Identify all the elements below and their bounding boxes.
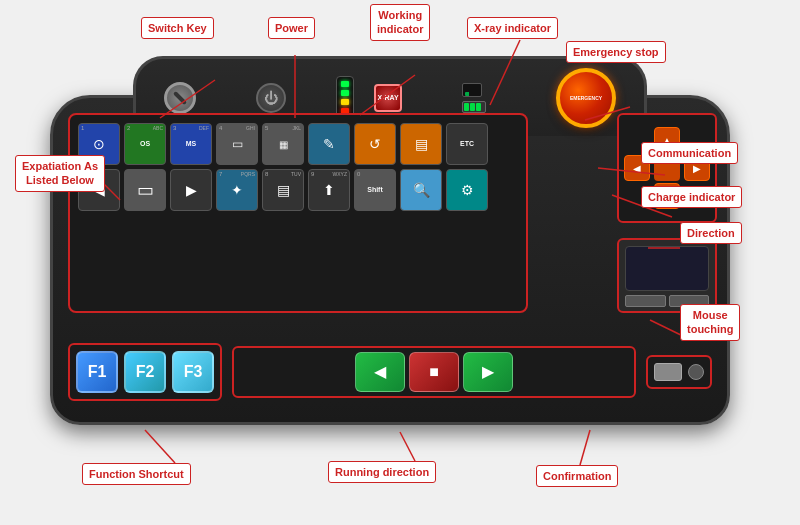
confirm-button-1[interactable] xyxy=(654,363,682,381)
running-direction-label: Running direction xyxy=(328,461,436,483)
confirmation-area xyxy=(646,355,712,389)
key-refresh[interactable]: ↺ xyxy=(354,123,396,165)
key-2-abc[interactable]: 2ABCOS xyxy=(124,123,166,165)
charge-bar-1 xyxy=(464,103,469,111)
charge-bar-2 xyxy=(470,103,475,111)
svg-line-12 xyxy=(580,430,590,465)
power-button[interactable]: ⏻ xyxy=(256,83,286,113)
key-5-jkl[interactable]: 5JKL▦ xyxy=(262,123,304,165)
led-1 xyxy=(341,81,349,87)
svg-line-11 xyxy=(400,432,415,461)
function-shortcuts: F1 F2 F3 xyxy=(68,343,222,401)
switch-key[interactable] xyxy=(164,82,196,114)
key-4-ghi[interactable]: 4GHI▭ xyxy=(216,123,258,165)
touchpad-surface[interactable] xyxy=(625,246,709,291)
f1-button[interactable]: F1 xyxy=(76,351,118,393)
controller-body: ⏻ X-RAY 1⊙ xyxy=(50,95,730,425)
running-direction-panel: ◀ ■ ▶ xyxy=(232,346,636,398)
key-6-mno-right[interactable]: ▶ xyxy=(170,169,212,211)
confirmation-label: Confirmation xyxy=(536,465,618,487)
key-row-2: 6 MNO◀ ▭ ▶ 7PQRS✦ 8TUV▤ 9WXYZ⬆ 0Shift 🔍 … xyxy=(78,169,518,211)
f2-button[interactable]: F2 xyxy=(124,351,166,393)
svg-line-10 xyxy=(145,430,175,463)
expatiation-label: Expatiation AsListed Below xyxy=(15,155,105,192)
run-right-button[interactable]: ▶ xyxy=(463,352,513,392)
key-menu[interactable]: ▤ xyxy=(400,123,442,165)
charge-indicator xyxy=(462,101,486,113)
key-0-shift[interactable]: 0Shift xyxy=(354,169,396,211)
key-9-wxyz[interactable]: 9WXYZ⬆ xyxy=(308,169,350,211)
charge-indicator-label: Charge indicator xyxy=(641,186,742,208)
key-search[interactable]: 🔍 xyxy=(400,169,442,211)
confirm-indicator xyxy=(688,364,704,380)
emergency-stop-label: Emergency stop xyxy=(566,41,666,63)
keyboard-area: 1⊙ 2ABCOS 3DEFMS 4GHI▭ 5JKL▦ ✎ ↺ ▤ ETC 6… xyxy=(68,113,528,313)
emergency-stop-button[interactable] xyxy=(556,68,616,128)
key-row-1: 1⊙ 2ABCOS 3DEFMS 4GHI▭ 5JKL▦ ✎ ↺ ▤ ETC xyxy=(78,123,518,165)
led-3 xyxy=(341,99,349,105)
led-2 xyxy=(341,90,349,96)
f3-button[interactable]: F3 xyxy=(172,351,214,393)
key-3-def[interactable]: 3DEFMS xyxy=(170,123,212,165)
run-stop-button[interactable]: ■ xyxy=(409,352,459,392)
key-6-mno-mid[interactable]: ▭ xyxy=(124,169,166,211)
key-etc[interactable]: ETC xyxy=(446,123,488,165)
run-left-button[interactable]: ◀ xyxy=(355,352,405,392)
key-7-pqrs[interactable]: 7PQRS✦ xyxy=(216,169,258,211)
touchpad-left-button[interactable] xyxy=(625,295,666,307)
power-label: Power xyxy=(268,17,315,39)
switch-key-label: Switch Key xyxy=(141,17,214,39)
charge-bar-3 xyxy=(476,103,481,111)
communication-label: Communication xyxy=(641,142,738,164)
key-settings[interactable]: ⚙ xyxy=(446,169,488,211)
function-shortcut-label: Function Shortcut xyxy=(82,463,191,485)
key-edit[interactable]: ✎ xyxy=(308,123,350,165)
mouse-touching-label: Mousetouching xyxy=(680,304,740,341)
communication-indicator xyxy=(462,83,482,97)
xray-indicator: X-RAY xyxy=(374,84,402,112)
working-indicator-label: Workingindicator xyxy=(370,4,430,41)
bottom-area: F1 F2 F3 ◀ ■ ▶ xyxy=(68,339,712,404)
direction-label: Direction xyxy=(680,222,742,244)
key-8-tuv[interactable]: 8TUV▤ xyxy=(262,169,304,211)
mouse-touchpad[interactable] xyxy=(617,238,717,313)
xray-indicator-label: X-ray indicator xyxy=(467,17,558,39)
